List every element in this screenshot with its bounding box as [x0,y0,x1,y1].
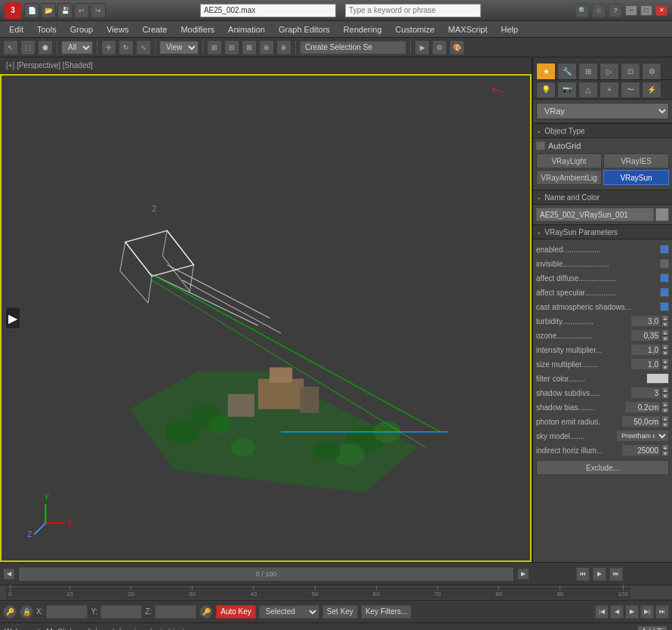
collapse-params[interactable]: - [538,228,540,236]
autokey-btn[interactable]: Auto Key [216,605,256,619]
param-enabled-checkbox[interactable] [660,245,669,254]
key-icon[interactable]: 🔑 [3,605,17,619]
param-shadow-subdivs-input[interactable] [630,387,661,399]
collapse-object-type[interactable]: - [538,127,540,135]
scale-btn[interactable]: ⤡ [136,40,151,55]
timeline-next-btn[interactable]: ▶ [517,568,529,580]
param-affect-diffuse-checkbox[interactable] [660,273,669,283]
intensity-down[interactable]: ▼ [661,350,669,356]
snap-toggle[interactable]: ⊗ [259,40,274,55]
menu-group[interactable]: Group [64,23,100,36]
keyfilters-btn[interactable]: Key Filters... [361,605,412,619]
align-btn[interactable]: ⊞ [207,40,222,55]
turbidity-up[interactable]: ▲ [661,315,669,321]
add-thing-button[interactable]: Add Ti [637,625,667,631]
lock-icon[interactable]: 🔒 [20,605,33,619]
menu-customize[interactable]: Customize [390,23,441,36]
search-input[interactable] [345,4,481,17]
view-dropdown[interactable]: View [159,41,199,54]
bias-up[interactable]: ▲ [661,401,669,407]
open-btn[interactable]: 📂 [41,3,56,18]
illum-down[interactable]: ▼ [661,450,669,456]
select-region-btn[interactable]: ⬚ [20,40,35,55]
tab-display[interactable]: ⊡ [621,63,640,79]
subtab-spacewarps[interactable]: 〜 [621,82,640,98]
subdivs-down[interactable]: ▼ [661,393,669,399]
frame-num-btn[interactable]: ⏭ [655,605,669,619]
ozone-down[interactable]: ▼ [661,335,669,341]
autogrid-checkbox[interactable] [536,141,545,150]
subtab-geo[interactable]: △ [578,82,598,98]
menu-maxscript[interactable]: MAXScript [442,23,494,36]
play-back-btn[interactable]: ◀ [610,605,624,619]
redo-btn[interactable]: ↪ [91,3,106,18]
play-prev-btn[interactable]: ⏮ [576,567,590,581]
bias-down[interactable]: ▼ [661,407,669,413]
subdivs-up[interactable]: ▲ [661,387,669,393]
angle-snap[interactable]: ⊕ [276,40,291,55]
play-next-btn[interactable]: ⏭ [609,567,623,581]
exclude-button[interactable]: Exclude... [536,460,669,475]
renderer-dropdown[interactable]: VRay Scanline Arnold Corona [536,103,669,119]
param-cast-shadows-checkbox[interactable] [660,302,669,311]
y-input[interactable] [100,605,142,619]
select-lasso-btn[interactable]: ⬟ [38,40,53,55]
tab-modify[interactable]: 🔧 [557,63,577,79]
ozone-up[interactable]: ▲ [661,329,669,335]
play-btn[interactable]: ▶ [593,567,606,581]
filter-dropdown[interactable]: All [61,41,93,54]
param-ozone-input[interactable] [630,329,661,341]
param-photon-radius-input[interactable] [621,415,661,428]
menu-create[interactable]: Create [136,23,173,36]
new-btn[interactable]: 📄 [24,3,39,18]
ruler-track[interactable]: 0 10 20 30 40 50 [6,588,630,598]
timeline-track[interactable]: 0 / 100 [18,567,514,582]
param-turbidity-input[interactable] [630,315,661,327]
param-shadow-bias-input[interactable] [624,401,661,413]
select-btn[interactable]: ↖ [3,40,18,55]
menu-modifiers[interactable]: Modifiers [174,23,220,36]
tab-hierarchy[interactable]: ⊞ [578,63,598,79]
viewport-canvas[interactable]: X Y Z 2 ▶ ← [0,74,532,562]
create-selection-input[interactable] [300,41,406,54]
subtab-helpers[interactable]: + [600,82,619,98]
param-intensity-input[interactable] [630,344,661,356]
param-filter-color-swatch[interactable] [646,373,669,384]
timeline-prev-btn[interactable]: ◀ [3,568,15,580]
size-up[interactable]: ▲ [661,358,669,364]
param-indirect-horiz-input[interactable] [621,444,661,456]
param-size-input[interactable] [630,358,661,370]
selected-dropdown[interactable]: Selected All None Invert [259,605,319,619]
help-search-icon[interactable]: 🔍 [575,4,589,17]
minimize-btn[interactable]: ─ [625,5,637,16]
render-btn[interactable]: ▶ [415,40,430,55]
mirror-btn[interactable]: ⊟ [224,40,239,55]
menu-animation[interactable]: Animation [222,23,271,36]
z-input[interactable] [155,605,196,619]
save-btn[interactable]: 💾 [57,3,72,18]
maximize-btn[interactable]: □ [640,5,652,16]
material-editor-btn[interactable]: 🎨 [449,40,464,55]
nav-arrow[interactable]: ▶ [6,308,20,329]
vrayies-btn[interactable]: VRayIES [603,153,669,168]
tab-create[interactable]: ★ [536,63,556,79]
x-input[interactable] [46,605,88,619]
param-affect-specular-checkbox[interactable] [660,288,669,297]
tab-utilities[interactable]: ⚙ [642,63,661,79]
render-setup-btn[interactable]: ⚙ [432,40,447,55]
size-down[interactable]: ▼ [661,364,669,370]
setkey-btn[interactable]: Set Key [322,605,358,619]
subtab-lights[interactable]: 💡 [536,82,556,98]
close-btn[interactable]: ✕ [655,5,667,16]
menu-graph-editors[interactable]: Graph Editors [273,23,336,36]
subtab-cameras[interactable]: 📷 [557,82,577,98]
vraysun-btn[interactable]: VRaySun [603,170,669,185]
play-fwd-btn[interactable]: ▶ [625,605,639,619]
rotate-btn[interactable]: ↻ [119,40,134,55]
undo-btn[interactable]: ↩ [74,3,89,18]
subtab-systems[interactable]: ⚡ [642,82,661,98]
radius-up[interactable]: ▲ [661,415,669,422]
illum-up[interactable]: ▲ [661,444,669,450]
intensity-up[interactable]: ▲ [661,344,669,350]
radius-down[interactable]: ▼ [661,422,669,428]
